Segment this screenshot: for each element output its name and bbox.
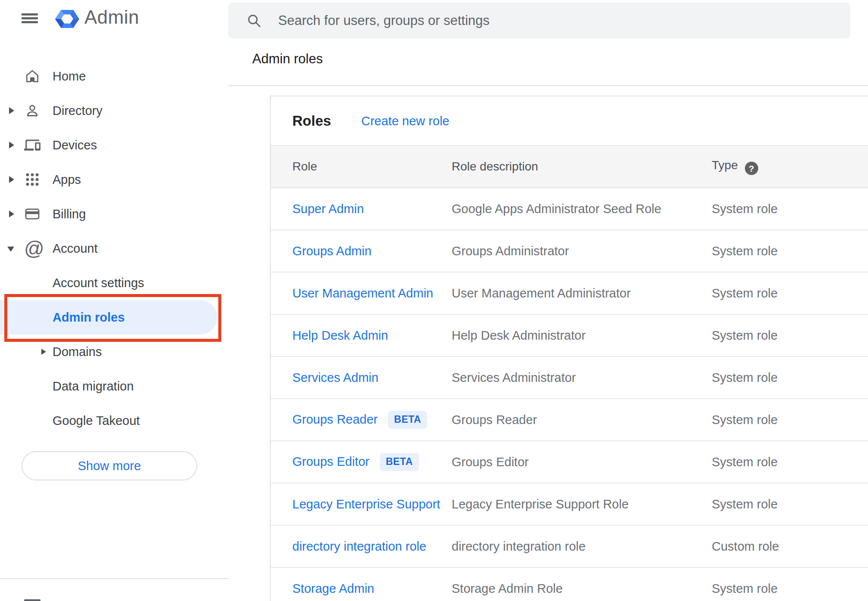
breadcrumb: Admin roles <box>252 51 323 67</box>
beta-badge: BETA <box>380 453 419 471</box>
sidebar-item-label: Account <box>53 242 98 256</box>
devices-icon <box>24 137 40 153</box>
table-row[interactable]: directory integration role directory int… <box>271 526 868 568</box>
sidebar-item-label: Admin roles <box>53 310 125 325</box>
role-type: System role <box>712 328 778 343</box>
app-title: Admin <box>84 6 139 28</box>
roles-table-body: Super Admin Google Apps Administrator Se… <box>271 188 868 601</box>
role-description: Groups Editor <box>452 455 529 469</box>
table-row[interactable]: Groups ReaderBETA Groups Reader System r… <box>271 399 868 441</box>
expand-arrow-icon[interactable] <box>9 211 14 217</box>
table-row[interactable]: Super Admin Google Apps Administrator Se… <box>271 188 868 230</box>
expand-arrow-icon[interactable] <box>9 142 14 149</box>
sidebar-item-account[interactable]: @ Account <box>0 231 228 266</box>
table-row[interactable]: Groups Admin Groups Administrator System… <box>271 230 868 273</box>
column-header-role: Role <box>292 160 317 173</box>
table-row[interactable]: Legacy Enterprise Support Legacy Enterpr… <box>271 483 868 526</box>
role-description: directory integration role <box>452 539 586 554</box>
role-type: System role <box>712 582 778 596</box>
role-description: Google Apps Administrator Seed Role <box>452 202 661 216</box>
table-header-row: Role Role description Type? <box>271 145 868 188</box>
table-row[interactable]: Storage Admin Storage Admin Role System … <box>271 568 868 601</box>
role-link[interactable]: Storage Admin <box>292 582 374 596</box>
sidebar-item-label: Home <box>53 69 86 84</box>
role-type: System role <box>712 371 778 385</box>
sidebar-item-google-takeout[interactable]: Google Takeout <box>0 403 228 438</box>
roles-panel-header: Roles Create new role <box>271 96 868 145</box>
role-description: Storage Admin Role <box>452 582 563 596</box>
role-description: Help Desk Administrator <box>452 328 586 343</box>
sidebar-item-label: Google Takeout <box>53 414 140 428</box>
role-description: Groups Administrator <box>452 244 569 258</box>
column-header-description: Role description <box>452 160 538 173</box>
sidebar-item-billing[interactable]: Billing <box>0 197 228 231</box>
role-link[interactable]: directory integration role <box>292 539 426 554</box>
help-icon[interactable]: ? <box>745 162 758 175</box>
sidebar-item-label: Devices <box>53 138 97 152</box>
table-row[interactable]: Groups EditorBETA Groups Editor System r… <box>271 441 868 483</box>
role-type: System role <box>712 244 778 258</box>
sidebar-item-label: Directory <box>53 104 102 118</box>
sidebar-item-devices[interactable]: Devices <box>0 128 228 162</box>
sidebar-item-apps[interactable]: Apps <box>0 162 228 197</box>
show-more-button[interactable]: Show more <box>22 451 197 480</box>
credit-card-icon <box>24 206 40 222</box>
expand-arrow-icon[interactable] <box>9 176 14 183</box>
sidebar-item-home[interactable]: Home <box>0 59 228 93</box>
expand-arrow-icon[interactable] <box>41 349 46 355</box>
sidebar-item-label: Account settings <box>53 276 144 290</box>
role-link[interactable]: Help Desk Admin <box>292 328 388 343</box>
role-type: System role <box>712 413 778 427</box>
person-icon <box>24 102 40 119</box>
collapse-arrow-icon[interactable] <box>7 247 14 252</box>
role-description: Groups Reader <box>452 413 537 427</box>
role-type: System role <box>712 286 778 300</box>
role-type: System role <box>712 497 778 511</box>
sidebar-item-label: Domains <box>53 345 102 359</box>
role-link[interactable]: User Management Admin <box>292 286 433 300</box>
role-link[interactable]: Services Admin <box>292 371 378 385</box>
sidebar-divider <box>0 578 228 579</box>
sidebar-item-admin-roles[interactable]: Admin roles <box>0 300 228 335</box>
menu-icon[interactable] <box>22 13 38 23</box>
sidebar-item-label: Billing <box>53 207 86 221</box>
role-link[interactable]: Groups Reader <box>292 412 378 426</box>
sidebar-item-label: Apps <box>53 173 81 187</box>
header-divider <box>228 85 868 86</box>
role-cell: Groups EditorBETA <box>292 453 419 471</box>
table-row[interactable]: Services Admin Services Administrator Sy… <box>271 357 868 399</box>
role-type: Custom role <box>712 539 779 554</box>
role-description: User Management Administrator <box>452 286 631 300</box>
column-header-type: Type? <box>712 158 758 175</box>
create-new-role-link[interactable]: Create new role <box>361 114 450 128</box>
role-type: System role <box>712 455 778 469</box>
role-type: System role <box>712 202 778 216</box>
role-link[interactable]: Super Admin <box>292 202 364 216</box>
table-row[interactable]: User Management Admin User Management Ad… <box>271 273 868 315</box>
apps-grid-icon <box>24 171 40 188</box>
role-description: Services Administrator <box>452 371 576 385</box>
admin-logo-icon <box>55 7 80 33</box>
search-bar[interactable]: Search for users, groups or settings <box>228 3 850 38</box>
sidebar-item-domains[interactable]: Domains <box>0 335 228 369</box>
table-row[interactable]: Help Desk Admin Help Desk Administrator … <box>271 315 868 357</box>
sidebar-item-label: Data migration <box>53 379 134 393</box>
role-cell: Groups ReaderBETA <box>292 411 427 429</box>
role-link[interactable]: Legacy Enterprise Support <box>292 497 440 511</box>
home-icon <box>24 68 40 84</box>
roles-panel: Roles Create new role Role Role descript… <box>270 96 868 601</box>
sidebar-item-account-settings[interactable]: Account settings <box>0 266 228 300</box>
sidebar-item-directory[interactable]: Directory <box>0 93 228 128</box>
sidebar-item-data-migration[interactable]: Data migration <box>0 369 228 403</box>
role-description: Legacy Enterprise Support Role <box>452 497 629 511</box>
role-link[interactable]: Groups Admin <box>292 244 372 258</box>
search-icon <box>246 13 262 30</box>
at-sign-icon: @ <box>24 240 40 257</box>
search-input[interactable]: Search for users, groups or settings <box>278 13 490 28</box>
panel-title: Roles <box>292 113 331 129</box>
expand-arrow-icon[interactable] <box>9 107 14 114</box>
beta-badge: BETA <box>388 411 427 429</box>
role-link[interactable]: Groups Editor <box>292 455 369 468</box>
sidebar: Admin Home Directory Devices Apps <box>0 0 228 601</box>
clipped-bottom-icon <box>24 599 40 601</box>
